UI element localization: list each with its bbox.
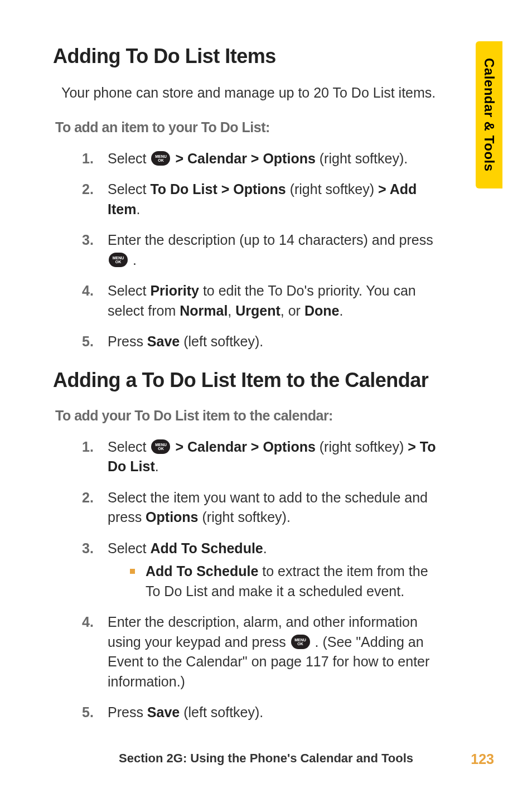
step-b3: 3. Select Add To Schedule. Add To Schedu… xyxy=(82,539,446,602)
step-text: Select xyxy=(108,540,150,556)
step-bold: Normal xyxy=(180,303,228,318)
sub-bullet-list: Add To Schedule to extract the item from… xyxy=(130,562,446,601)
step-text: (left softkey). xyxy=(180,333,263,349)
steps-list-b: 1. Select MENUOK > Calendar > Options (r… xyxy=(82,437,446,723)
step-number: 4. xyxy=(82,612,94,632)
step-text: (right softkey) xyxy=(286,181,378,197)
step-number: 5. xyxy=(82,703,94,723)
step-text: Press xyxy=(108,704,147,720)
intro-text: Your phone can store and manage up to 20… xyxy=(61,84,446,103)
step-text: Select xyxy=(108,181,150,197)
step-text: (left softkey). xyxy=(180,704,263,720)
step-a4: 4. Select Priority to edit the To Do's p… xyxy=(82,281,446,321)
step-bold: Save xyxy=(147,704,180,720)
sub-bullet-item: Add To Schedule to extract the item from… xyxy=(130,562,446,601)
step-b5: 5. Press Save (left softkey). xyxy=(82,703,446,723)
sub-bullet-bold: Add To Schedule xyxy=(146,563,258,579)
step-text: . xyxy=(129,252,137,268)
step-text: Enter the description (up to 14 characte… xyxy=(108,232,433,248)
page-content: Adding To Do List Items Your phone can s… xyxy=(0,0,532,723)
step-a3: 3. Enter the description (up to 14 chara… xyxy=(82,230,446,270)
step-a2: 2. Select To Do List > Options (right so… xyxy=(82,180,446,219)
step-a1: 1. Select MENUOK > Calendar > Options (r… xyxy=(82,149,446,169)
content-area: Adding To Do List Items Your phone can s… xyxy=(53,45,446,723)
page-footer: Section 2G: Using the Phone's Calendar a… xyxy=(0,751,532,766)
step-bold: > Calendar > Options xyxy=(171,151,315,166)
menu-ok-icon: MENUOK xyxy=(151,439,170,454)
step-b4: 4. Enter the description, alarm, and oth… xyxy=(82,612,446,691)
step-text: . xyxy=(136,201,140,217)
step-bold: Options xyxy=(146,509,198,525)
step-text: . xyxy=(263,540,267,556)
step-b2: 2. Select the item you want to add to th… xyxy=(82,488,446,528)
menu-ok-icon: MENUOK xyxy=(109,253,128,267)
menu-ok-icon: MENUOK xyxy=(151,151,170,166)
footer-text: Section 2G: Using the Phone's Calendar a… xyxy=(119,751,413,765)
steps-list-a: 1. Select MENUOK > Calendar > Options (r… xyxy=(82,149,446,352)
subhead-add-item: To add an item to your To Do List: xyxy=(55,119,446,136)
step-bold: Done xyxy=(304,303,340,318)
step-text: Select xyxy=(108,151,150,166)
step-bold: > Calendar > Options xyxy=(171,439,315,454)
step-number: 1. xyxy=(82,437,94,457)
step-number: 2. xyxy=(82,180,94,200)
step-text: , xyxy=(228,303,235,318)
step-text: (right softkey). xyxy=(316,151,408,166)
step-number: 4. xyxy=(82,281,94,301)
step-number: 1. xyxy=(82,149,94,169)
step-text: Select xyxy=(108,283,150,298)
step-text: , or xyxy=(280,303,304,318)
page-number: 123 xyxy=(471,751,494,767)
step-text: (right softkey) xyxy=(316,439,408,454)
step-bold: Urgent xyxy=(235,303,280,318)
step-number: 2. xyxy=(82,488,94,508)
step-text: (right softkey). xyxy=(199,509,291,525)
step-number: 3. xyxy=(82,539,94,559)
step-text: Press xyxy=(108,333,147,349)
menu-ok-icon: MENUOK xyxy=(291,635,310,649)
step-bold: Add To Schedule xyxy=(150,540,263,556)
step-number: 5. xyxy=(82,332,94,352)
step-number: 3. xyxy=(82,230,94,250)
step-b1: 1. Select MENUOK > Calendar > Options (r… xyxy=(82,437,446,477)
step-text: . xyxy=(339,303,343,318)
step-text: . xyxy=(155,458,159,474)
heading-adding-todo: Adding To Do List Items xyxy=(53,45,446,68)
heading-adding-to-calendar: Adding a To Do List Item to the Calendar xyxy=(53,369,446,392)
step-bold: To Do List > Options xyxy=(150,181,286,197)
step-bold: Save xyxy=(147,333,180,349)
step-bold: Priority xyxy=(150,283,199,298)
section-adding-to-calendar: Adding a To Do List Item to the Calendar… xyxy=(53,369,446,723)
subhead-add-to-calendar: To add your To Do List item to the calen… xyxy=(55,408,446,424)
step-a5: 5. Press Save (left softkey). xyxy=(82,332,446,352)
step-text: Select xyxy=(108,439,150,454)
